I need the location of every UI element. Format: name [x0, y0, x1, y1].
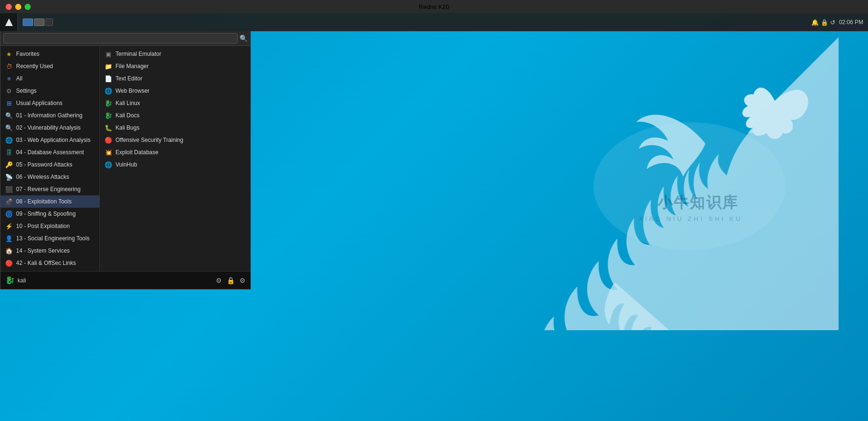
favorites-label: Favorites	[16, 51, 39, 57]
kali-docs-icon: 🐉	[105, 112, 112, 119]
favorites-icon: ★	[5, 50, 13, 58]
footer-lock-icon[interactable]: 🔒	[227, 277, 235, 284]
menu-right-item-kali-bugs[interactable]: 🐛Kali Bugs	[100, 122, 250, 134]
menu-left-item-42-kali[interactable]: 🔴42 - Kali & OffSec Links	[0, 257, 99, 269]
menu-left-item-06-wifi[interactable]: 📡06 - Wireless Attacks	[0, 171, 99, 183]
09-sniff-icon: 🌀	[5, 210, 13, 218]
recently-used-icon: ⏱	[5, 62, 13, 70]
all-icon: ≡	[5, 75, 13, 82]
06-wifi-icon: 📡	[5, 173, 13, 181]
kali-bugs-icon: 🐛	[105, 124, 112, 132]
menu-left-item-03-web[interactable]: 🌐03 - Web Application Analysis	[0, 134, 99, 146]
offensive-security-label: Offensive Security Training	[115, 137, 183, 143]
menu-left-item-10-post[interactable]: ⚡10 - Post Exploitation	[0, 220, 99, 232]
exploit-db-label: Exploit Database	[115, 149, 159, 156]
kali-bugs-label: Kali Bugs	[115, 124, 140, 131]
vulnhub-label: VulnHub	[115, 161, 137, 168]
usual-applications-icon: ⊞	[5, 99, 13, 107]
menu-left-item-settings[interactable]: ⚙Settings	[0, 85, 99, 97]
menu-footer-actions: ⚙ 🔒 ⚙	[216, 277, 246, 284]
13-social-label: 13 - Social Engineering Tools	[16, 235, 89, 242]
menu-left-item-04-db[interactable]: 🗄04 - Database Assessment	[0, 146, 99, 158]
14-system-icon: 🏠	[5, 247, 13, 254]
menu-left-item-09-sniff[interactable]: 🌀09 - Sniffing & Spoofing	[0, 208, 99, 220]
taskbar-left	[18, 18, 56, 26]
titlebar: Redmi K20	[0, 0, 868, 13]
menu-left-item-13-social[interactable]: 👤13 - Social Engineering Tools	[0, 232, 99, 245]
menu-footer-user: 🐉 kali	[5, 276, 26, 285]
10-post-label: 10 - Post Exploitation	[16, 223, 70, 229]
kali-linux-icon: 🐉	[105, 99, 112, 107]
menu-left-item-01-info[interactable]: 🔍01 - Information Gathering	[0, 109, 99, 122]
kali-linux-label: Kali Linux	[115, 100, 140, 106]
menu-body: ★Favorites⏱Recently Used≡All⚙Settings⊞Us…	[0, 46, 250, 271]
menu-right-panel: ▣Terminal Emulator📁File Manager📄Text Edi…	[100, 46, 250, 271]
svg-marker-0	[5, 18, 13, 26]
42-kali-label: 42 - Kali & OffSec Links	[16, 260, 76, 266]
13-social-icon: 👤	[5, 235, 13, 242]
terminal-icon: ▣	[105, 50, 112, 58]
kali-dragon-icon: 🐉	[5, 276, 15, 285]
menu-left-item-05-pass[interactable]: 🔑05 - Password Attacks	[0, 158, 99, 171]
file-manager-label: File Manager	[115, 63, 149, 70]
text-editor-label: Text Editor	[115, 75, 142, 82]
08-exploit-icon: 💣	[5, 198, 13, 205]
menu-left-item-all[interactable]: ≡All	[0, 72, 99, 85]
menu-left-item-08-exploit[interactable]: 💣08 - Exploitation Tools	[0, 195, 99, 208]
menu-left-item-usual-applications[interactable]: ⊞Usual Applications	[0, 97, 99, 109]
window-title: Redmi K20	[419, 3, 449, 10]
menu-left-item-favorites[interactable]: ★Favorites	[0, 48, 99, 60]
menu-left-item-07-rev[interactable]: ⬛07 - Reverse Engineering	[0, 183, 99, 195]
window-btn-1[interactable]	[23, 18, 33, 26]
14-system-label: 14 - System Services	[16, 247, 70, 254]
05-pass-icon: 🔑	[5, 161, 13, 168]
menu-right-item-kali-docs[interactable]: 🐉Kali Docs	[100, 109, 250, 122]
menu-left-item-14-system[interactable]: 🏠14 - System Services	[0, 245, 99, 257]
menu-left-item-02-vuln[interactable]: 🔍02 - Vulnerability Analysis	[0, 122, 99, 134]
kali-docs-label: Kali Docs	[115, 112, 140, 119]
03-web-icon: 🌐	[5, 136, 13, 144]
footer-settings-icon[interactable]: ⚙	[216, 277, 222, 284]
web-browser-icon: 🌐	[105, 87, 112, 95]
menu-right-item-exploit-db[interactable]: 💥Exploit Database	[100, 146, 250, 158]
text-editor-icon: 📄	[105, 75, 112, 82]
username-label: kali	[18, 277, 26, 284]
start-button[interactable]	[0, 13, 18, 31]
taskbar-clock: 02:06 PM	[839, 19, 863, 26]
recently-used-label: Recently Used	[16, 63, 53, 70]
terminal-label: Terminal Emulator	[115, 51, 161, 57]
menu-right-item-kali-linux[interactable]: 🐉Kali Linux	[100, 97, 250, 109]
menu-right-item-offensive-security[interactable]: 🔴Offensive Security Training	[100, 134, 250, 146]
07-rev-label: 07 - Reverse Engineering	[16, 186, 80, 193]
svg-text:小牛知识库: 小牛知识库	[657, 194, 738, 211]
menu-right-item-file-manager[interactable]: 📁File Manager	[100, 60, 250, 72]
minimize-button[interactable]	[15, 4, 21, 10]
menu-footer: 🐉 kali ⚙ 🔒 ⚙	[0, 271, 250, 289]
window-btn-2[interactable]	[34, 18, 44, 26]
menu-search-input[interactable]	[3, 33, 238, 44]
window-switcher	[23, 18, 53, 26]
close-button[interactable]	[6, 4, 12, 10]
menu-left-item-recently-used[interactable]: ⏱Recently Used	[0, 60, 99, 72]
app-menu: 🔍 ★Favorites⏱Recently Used≡All⚙Settings⊞…	[0, 31, 251, 289]
vulnhub-icon: 🌐	[105, 161, 112, 168]
window-btn-3[interactable]	[45, 18, 53, 26]
search-icon: 🔍	[239, 35, 248, 42]
menu-right-item-vulnhub[interactable]: 🌐VulnHub	[100, 158, 250, 171]
10-post-icon: ⚡	[5, 222, 13, 230]
web-browser-label: Web Browser	[115, 88, 150, 94]
menu-right-item-text-editor[interactable]: 📄Text Editor	[100, 72, 250, 85]
09-sniff-label: 09 - Sniffing & Spoofing	[16, 210, 76, 217]
menu-right-item-web-browser[interactable]: 🌐Web Browser	[100, 85, 250, 97]
03-web-label: 03 - Web Application Analysis	[16, 137, 90, 143]
maximize-button[interactable]	[25, 4, 31, 10]
menu-left-panel: ★Favorites⏱Recently Used≡All⚙Settings⊞Us…	[0, 46, 100, 271]
04-db-icon: 🗄	[5, 149, 13, 156]
all-label: All	[16, 75, 22, 82]
01-info-icon: 🔍	[5, 112, 13, 119]
taskbar: 🔔 🔒 ↺ 02:06 PM	[0, 13, 868, 31]
menu-right-item-terminal[interactable]: ▣Terminal Emulator	[100, 48, 250, 60]
04-db-label: 04 - Database Assessment	[16, 149, 84, 156]
start-icon	[4, 18, 14, 27]
footer-power-icon[interactable]: ⚙	[239, 277, 246, 284]
